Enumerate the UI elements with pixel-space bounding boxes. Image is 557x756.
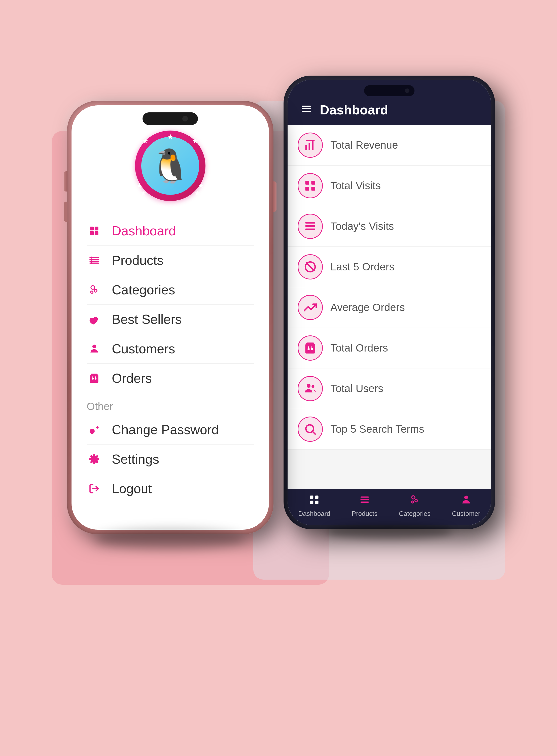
bottom-nav-customer-label: Customer (452, 510, 480, 517)
svg-rect-20 (302, 108, 311, 109)
svg-rect-1 (95, 227, 98, 231)
bottom-nav-customer[interactable]: Customer (452, 494, 480, 517)
bottom-nav-dashboard[interactable]: Dashboard (298, 494, 330, 517)
scene: 🐧 ★ ★ ★ ★ ★ ★ ★ (52, 50, 505, 706)
bottom-nav-categories-label: Categories (399, 510, 431, 517)
svg-point-49 (411, 501, 413, 503)
svg-rect-46 (360, 502, 369, 503)
svg-point-50 (464, 496, 468, 500)
categories-icon (87, 282, 102, 297)
dashboard-item-total-users[interactable]: Total Users (288, 368, 491, 409)
svg-rect-2 (90, 231, 94, 235)
sidebar-item-logout[interactable]: Logout (87, 474, 254, 503)
phone1-screen: 🐧 ★ ★ ★ ★ ★ ★ ★ (71, 105, 269, 530)
svg-point-14 (91, 291, 93, 293)
sidebar-item-dashboard[interactable]: Dashboard (87, 216, 254, 246)
avatar: 🐧 ★ ★ ★ ★ ★ ★ ★ (135, 131, 205, 201)
svg-point-17 (95, 378, 96, 380)
svg-point-13 (94, 289, 97, 292)
svg-point-16 (92, 378, 94, 380)
customers-icon (87, 341, 102, 356)
svg-point-12 (91, 286, 95, 289)
svg-point-37 (312, 385, 314, 388)
dashboard-item-label-top-5-search: Top 5 Search Terms (330, 423, 424, 435)
bottom-nav-categories-icon (409, 494, 420, 508)
bottom-nav-products[interactable]: Products (352, 494, 378, 517)
sidebar-item-customers[interactable]: Customers (87, 334, 254, 364)
total-orders-icon (298, 335, 323, 361)
bottom-nav-products-icon (359, 494, 370, 508)
svg-point-34 (307, 348, 310, 350)
dashboard-item-label-todays-visits: Today's Visits (330, 220, 394, 232)
dashboard-item-last-5-orders[interactable]: Last 5 Orders (288, 247, 491, 287)
sidebar-item-label-settings: Settings (112, 452, 159, 467)
dashboard-item-top-5-search[interactable]: Top 5 Search Terms (288, 409, 491, 450)
change-password-icon (87, 422, 102, 437)
dashboard-item-total-visits[interactable]: Total Visits (288, 166, 491, 206)
total-visits-icon (298, 173, 323, 198)
dashboard-title: Dashboard (320, 102, 388, 117)
sidebar-item-products[interactable]: Products (87, 246, 254, 275)
bottom-nav-dashboard-label: Dashboard (298, 510, 330, 517)
svg-point-11 (90, 262, 92, 264)
phone1: 🐧 ★ ★ ★ ★ ★ ★ ★ (67, 101, 273, 534)
dashboard-item-total-revenue[interactable]: Total Revenue (288, 125, 491, 166)
phone1-shadow (95, 529, 246, 549)
dashboard-item-label-total-visits: Total Visits (330, 180, 381, 192)
dashboard-item-total-orders[interactable]: Total Orders (288, 328, 491, 368)
dashboard-item-average-orders[interactable]: Average Orders (288, 287, 491, 328)
sidebar-item-categories[interactable]: Categories (87, 275, 254, 305)
svg-rect-43 (315, 501, 319, 504)
sidebar-item-label-logout: Logout (112, 481, 152, 496)
phone2-screen: Dashboard (288, 80, 491, 525)
sidebar-item-label-orders: Orders (112, 371, 152, 386)
average-orders-icon (298, 295, 323, 320)
svg-rect-28 (311, 187, 315, 191)
svg-point-9 (90, 258, 92, 260)
todays-visits-icon (298, 214, 323, 239)
dashboard-item-todays-visits[interactable]: Today's Visits (288, 206, 491, 247)
sidebar-item-label-change-password: Change Password (112, 422, 219, 437)
svg-rect-22 (305, 145, 307, 150)
svg-point-48 (415, 500, 417, 502)
sidebar-item-label-customers: Customers (112, 341, 175, 356)
svg-rect-19 (302, 106, 311, 107)
sidebar-item-orders[interactable]: Orders (87, 364, 254, 393)
sidebar-item-settings[interactable]: Settings (87, 445, 254, 474)
svg-rect-24 (312, 141, 314, 150)
sidebar-item-best-sellers[interactable]: Best Sellers (87, 305, 254, 334)
svg-rect-40 (310, 496, 314, 499)
bottom-nav-products-label: Products (352, 510, 378, 517)
dashboard-item-label-total-revenue: Total Revenue (330, 139, 398, 151)
svg-rect-31 (305, 229, 315, 230)
nav-menu: Dashboard (71, 216, 269, 393)
svg-line-39 (313, 432, 315, 434)
svg-point-35 (311, 348, 313, 350)
svg-rect-41 (315, 496, 319, 499)
dashboard-item-label-total-users: Total Users (330, 383, 383, 395)
phone1-frame: 🐧 ★ ★ ★ ★ ★ ★ ★ (67, 101, 273, 534)
bottom-nav-categories[interactable]: Categories (399, 494, 431, 517)
phone2-shadow (326, 524, 452, 539)
sidebar-item-label-categories: Categories (112, 282, 175, 297)
dashboard-icon (87, 223, 102, 239)
sidebar-item-change-password[interactable]: Change Password (87, 415, 254, 445)
dashboard-item-label-average-orders: Average Orders (330, 301, 405, 313)
phone1-inner: 🐧 ★ ★ ★ ★ ★ ★ ★ (71, 105, 269, 530)
hamburger-menu-icon[interactable] (300, 103, 312, 117)
products-icon (87, 253, 102, 268)
other-menu: Change Password Settings (71, 415, 269, 503)
svg-rect-30 (305, 225, 315, 227)
total-revenue-icon (298, 133, 323, 158)
svg-rect-0 (90, 227, 94, 231)
phone2-frame: Dashboard (284, 76, 495, 529)
svg-rect-42 (310, 501, 314, 504)
svg-rect-3 (95, 231, 98, 235)
bottom-nav-customer-icon (461, 494, 472, 508)
orders-icon (87, 371, 102, 386)
svg-rect-29 (305, 222, 315, 224)
dashboard-item-label-total-orders: Total Orders (330, 342, 388, 354)
top-5-search-icon (298, 417, 323, 442)
svg-point-15 (92, 345, 96, 348)
svg-point-47 (412, 496, 415, 499)
